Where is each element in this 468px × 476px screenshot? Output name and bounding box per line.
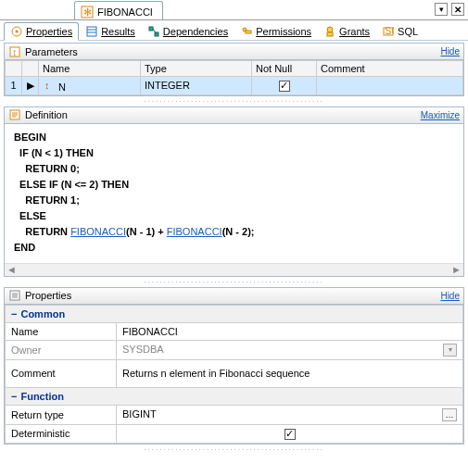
prop-owner-value[interactable]: SYSDBA▾ bbox=[117, 340, 463, 359]
tab-permissions[interactable]: Permissions bbox=[234, 23, 317, 40]
col-type[interactable]: Type bbox=[141, 61, 252, 77]
svg-rect-4 bbox=[87, 27, 96, 36]
fibonacci-link-2[interactable]: FIBONACCI bbox=[167, 226, 222, 237]
tab-label: Dependencies bbox=[163, 26, 228, 37]
col-idx[interactable] bbox=[6, 61, 22, 77]
properties-icon-2 bbox=[8, 289, 21, 302]
prop-det-value[interactable] bbox=[117, 424, 463, 443]
prop-return-value[interactable]: BIGINT… bbox=[117, 405, 463, 424]
svg-point-3 bbox=[16, 31, 19, 33]
svg-rect-7 bbox=[149, 27, 153, 31]
parameters-hide-link[interactable]: Hide bbox=[440, 46, 460, 56]
file-tab-title: FIBONACCI bbox=[97, 6, 153, 18]
parameters-table: Name Type Not Null Comment 1 ▶ ↕ N INTEG… bbox=[5, 60, 463, 95]
prop-deterministic-row: Deterministic bbox=[6, 424, 463, 443]
properties-icon bbox=[10, 25, 23, 38]
col-marker[interactable] bbox=[22, 61, 39, 77]
dependencies-icon bbox=[147, 25, 160, 38]
param-comment-cell[interactable] bbox=[317, 77, 463, 95]
tab-label: Results bbox=[101, 26, 135, 37]
row-index: 1 bbox=[6, 77, 22, 95]
definition-section: Definition Maximize BEGIN IF (N < 1) THE… bbox=[4, 106, 464, 277]
col-comment[interactable]: Comment bbox=[317, 61, 463, 77]
tab-grants[interactable]: Grants bbox=[318, 23, 375, 40]
collapse-function-icon[interactable]: − bbox=[11, 391, 17, 402]
parameters-section: ↕ Parameters Hide Name Type Not Null Com… bbox=[4, 43, 464, 96]
prop-comment-row: Comment Returns n element in Fibonacci s… bbox=[6, 359, 463, 387]
grants-icon bbox=[323, 25, 336, 38]
sql-icon: SQL bbox=[382, 25, 395, 38]
permissions-icon bbox=[240, 25, 253, 38]
editor-tab-bar: ✻ FIBONACCI ▾ ✕ bbox=[0, 0, 468, 20]
properties-section: Properties Hide −Common Name FIBONACCI O… bbox=[4, 287, 464, 445]
deterministic-checkbox[interactable] bbox=[285, 429, 296, 440]
detail-tabs: Properties Results Dependencies Permissi… bbox=[0, 20, 468, 41]
function-icon: ✻ bbox=[81, 6, 94, 19]
svg-text:↕: ↕ bbox=[12, 46, 18, 57]
tab-list-button[interactable]: ▾ bbox=[435, 3, 448, 16]
parameter-row[interactable]: 1 ▶ ↕ N INTEGER bbox=[6, 77, 463, 95]
svg-text:SQL: SQL bbox=[385, 26, 394, 36]
param-name: N bbox=[58, 81, 66, 93]
param-notnull-cell[interactable] bbox=[252, 77, 317, 95]
tab-results[interactable]: Results bbox=[80, 23, 141, 40]
definition-icon bbox=[8, 108, 21, 121]
owner-combo-button[interactable]: ▾ bbox=[443, 344, 457, 357]
group-function[interactable]: −Function bbox=[6, 387, 463, 405]
properties-grid: −Common Name FIBONACCI Owner SYSDBA▾ Com… bbox=[5, 305, 463, 444]
prop-owner-key: Owner bbox=[6, 340, 117, 359]
prop-name-key: Name bbox=[6, 322, 117, 340]
parameters-header-row: Name Type Not Null Comment bbox=[6, 61, 463, 77]
tab-label: Grants bbox=[339, 26, 370, 37]
svg-text:↕: ↕ bbox=[44, 81, 50, 91]
tab-properties[interactable]: Properties bbox=[4, 22, 79, 41]
tab-label: Properties bbox=[26, 26, 72, 37]
in-param-icon: ↕ bbox=[43, 79, 56, 92]
properties-title: Properties bbox=[25, 290, 436, 301]
parameters-icon: ↕ bbox=[8, 45, 21, 58]
splitter-2[interactable]: ········································… bbox=[0, 279, 468, 285]
notnull-checkbox[interactable] bbox=[279, 81, 290, 92]
prop-det-key: Deterministic bbox=[6, 424, 117, 443]
parameters-title: Parameters bbox=[25, 46, 436, 57]
tab-label: Permissions bbox=[256, 26, 311, 37]
prop-name-row: Name FIBONACCI bbox=[6, 322, 463, 340]
param-name-cell[interactable]: ↕ N bbox=[39, 77, 141, 95]
svg-rect-13 bbox=[327, 32, 333, 36]
return-type-edit-button[interactable]: … bbox=[442, 408, 457, 421]
param-type-cell[interactable]: INTEGER bbox=[141, 77, 252, 95]
h-scrollbar[interactable]: ◄► bbox=[5, 263, 463, 276]
prop-name-value[interactable]: FIBONACCI bbox=[117, 322, 463, 340]
parameters-header: ↕ Parameters Hide bbox=[5, 44, 463, 60]
row-marker: ▶ bbox=[22, 77, 39, 95]
prop-return-key: Return type bbox=[6, 405, 117, 424]
results-icon bbox=[85, 25, 98, 38]
prop-owner-row: Owner SYSDBA▾ bbox=[6, 340, 463, 359]
splitter-1[interactable]: ········································… bbox=[0, 98, 468, 105]
file-tab-fibonacci[interactable]: ✻ FIBONACCI bbox=[74, 1, 163, 19]
svg-text:✻: ✻ bbox=[83, 6, 92, 18]
definition-code[interactable]: BEGIN IF (N < 1) THEN RETURN 0; ELSE IF … bbox=[5, 124, 463, 263]
tab-label: SQL bbox=[398, 26, 418, 37]
prop-return-row: Return type BIGINT… bbox=[6, 405, 463, 424]
close-tab-button[interactable]: ✕ bbox=[451, 3, 464, 16]
prop-comment-key: Comment bbox=[6, 359, 117, 387]
group-common[interactable]: −Common bbox=[6, 305, 463, 322]
tab-sql[interactable]: SQL SQL bbox=[376, 23, 424, 40]
definition-header: Definition Maximize bbox=[5, 107, 463, 124]
definition-title: Definition bbox=[25, 109, 417, 120]
tab-dependencies[interactable]: Dependencies bbox=[142, 23, 234, 40]
fibonacci-link-1[interactable]: FIBONACCI bbox=[70, 226, 126, 237]
collapse-common-icon[interactable]: − bbox=[11, 308, 17, 319]
svg-point-12 bbox=[327, 27, 333, 32]
prop-comment-value[interactable]: Returns n element in Fibonacci sequence bbox=[117, 359, 463, 387]
col-notnull[interactable]: Not Null bbox=[252, 61, 317, 77]
properties-header: Properties Hide bbox=[5, 288, 463, 305]
definition-maximize-link[interactable]: Maximize bbox=[421, 110, 460, 120]
svg-rect-11 bbox=[246, 31, 251, 33]
properties-hide-link[interactable]: Hide bbox=[440, 291, 460, 301]
splitter-3[interactable]: ········································… bbox=[0, 446, 468, 453]
col-name[interactable]: Name bbox=[39, 61, 141, 77]
